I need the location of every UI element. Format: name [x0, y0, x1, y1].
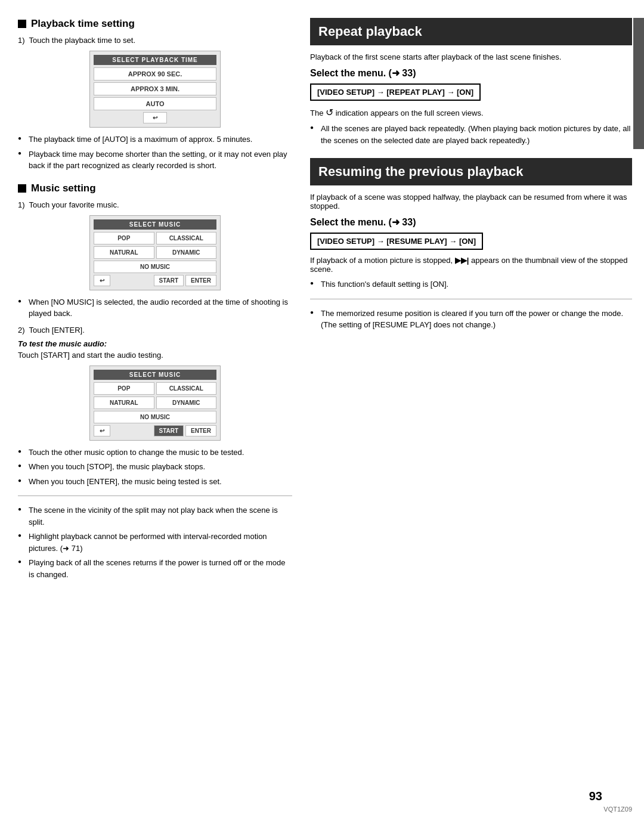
playback-step1: 1) Touch the playback time to set.: [18, 36, 292, 45]
back-btn-playback: ↩: [143, 112, 167, 123]
footer-bullets: The scene in the vicinity of the split m…: [18, 504, 292, 580]
playback-time-title: Playback time setting: [18, 18, 292, 30]
resuming-bullets: This function's default setting is [ON].: [310, 278, 632, 290]
resuming-command-box: [VIDEO SETUP] → [RESUME PLAY] → [ON]: [310, 233, 483, 250]
playback-step1-container: 1) Touch the playback time to set.: [18, 36, 292, 45]
music-step2: 2) Touch [ENTER].: [18, 326, 292, 335]
loop-icon: ↺: [326, 107, 333, 117]
start-btn-music1: START: [154, 275, 184, 286]
resuming-header: Resuming the previous playback: [310, 158, 632, 185]
screen-bottom-playback: ↩: [94, 112, 216, 123]
music-natural2: NATURAL: [94, 397, 154, 409]
screen-row-3min: APPROX 3 MIN.: [94, 82, 216, 95]
select-music-screen1: SELECT MUSIC POP CLASSICAL NATURAL DYNAM…: [89, 215, 221, 290]
repeat-playback-section: Repeat playback Playback of the first sc…: [310, 18, 632, 146]
screen-title-music1: SELECT MUSIC: [94, 219, 216, 230]
music-classical: CLASSICAL: [156, 232, 217, 244]
right-column: Repeat playback Playback of the first sc…: [310, 18, 632, 815]
music-bullet-1: When [NO MUSIC] is selected, the audio r…: [18, 296, 292, 320]
resuming-description: If playback of a scene was stopped halfw…: [310, 193, 632, 210]
playback-bullets: The playback time of [AUTO] is a maximum…: [18, 134, 292, 172]
screen-row-auto: AUTO: [94, 97, 216, 110]
black-square-icon: [18, 20, 26, 28]
screen-title-playback: SELECT PLAYBACK TIME: [94, 55, 216, 65]
music-natural: NATURAL: [94, 246, 154, 259]
left-column: Playback time setting 1) Touch the playb…: [18, 18, 310, 815]
resuming-section: Resuming the previous playback If playba…: [310, 158, 632, 331]
repeat-indication-text: The ↺ indication appears on the full scr…: [310, 107, 632, 118]
footer-bullet-2: Highlight playback cannot be performed w…: [18, 531, 292, 554]
music-grid1: POP CLASSICAL NATURAL DYNAMIC NO MUSIC: [94, 232, 216, 273]
enter-btn-music1: ENTER: [185, 275, 216, 286]
page-number: 93: [589, 789, 602, 803]
music-grid2: POP CLASSICAL NATURAL DYNAMIC NO MUSIC: [94, 382, 216, 423]
music-setting-section: Music setting 1) Touch your favorite mus…: [18, 182, 292, 488]
music-dynamic: DYNAMIC: [156, 246, 217, 259]
playback-bullet-2: Playback time may become shorter than th…: [18, 148, 292, 172]
select-playback-screen: SELECT PLAYBACK TIME APPROX 90 SEC. APPR…: [89, 51, 221, 128]
music-bullet-2a: Touch the other music option to change t…: [18, 447, 292, 459]
repeat-description: Playback of the first scene starts after…: [310, 52, 632, 61]
resuming-divider: [310, 299, 632, 299]
repeat-bullet-1: All the scenes are played back repeatedl…: [310, 123, 632, 146]
music-bullets1: When [NO MUSIC] is selected, the audio r…: [18, 296, 292, 320]
music-bullet-2c: When you touch [ENTER], the music being …: [18, 476, 292, 488]
to-test-label: To test the music audio:: [18, 339, 292, 348]
music-screen-bottom1: ↩ START ENTER: [94, 275, 216, 286]
playback-time-section: Playback time setting 1) Touch the playb…: [18, 18, 292, 172]
resuming-bullet-1: This function's default setting is [ON].: [310, 278, 632, 290]
music-bullet-2b: When you touch [STOP], the music playbac…: [18, 461, 292, 473]
left-divider: [18, 496, 292, 496]
to-test-text: Touch [START] and start the audio testin…: [18, 351, 292, 360]
select-music-screen2: SELECT MUSIC POP CLASSICAL NATURAL DYNAM…: [89, 366, 221, 441]
back-btn-music2: ↩: [94, 425, 110, 436]
start-btn-music2-selected: START: [154, 425, 184, 436]
music-bullets2: Touch the other music option to change t…: [18, 447, 292, 488]
footer-bullet-1: The scene in the vicinity of the split m…: [18, 504, 292, 528]
black-square-icon2: [18, 184, 26, 193]
back-btn-music1: ↩: [94, 275, 110, 286]
repeat-select-menu: Select the menu. (➜ 33): [310, 67, 632, 79]
music-no-music2: NO MUSIC: [94, 411, 216, 423]
music-setting-title: Music setting: [18, 182, 292, 194]
right-side-tab: [633, 18, 644, 149]
music-dynamic2: DYNAMIC: [156, 397, 217, 409]
music-pop: POP: [94, 232, 154, 244]
screen-title-music2: SELECT MUSIC: [94, 370, 216, 380]
repeat-playback-header: Repeat playback: [310, 18, 632, 45]
repeat-command-box: [VIDEO SETUP] → [REPEAT PLAY] → [ON]: [310, 83, 481, 101]
resuming-select-menu: Select the menu. (➜ 33): [310, 216, 632, 228]
model-number: VQT1Z09: [603, 806, 632, 813]
playback-bullet-1: The playback time of [AUTO] is a maximum…: [18, 134, 292, 145]
music-no-music: NO MUSIC: [94, 261, 216, 273]
music-pop2: POP: [94, 382, 154, 395]
music-screen-bottom2: ↩ START ENTER: [94, 425, 216, 436]
resuming-stopped-text: If playback of a motion picture is stopp…: [310, 256, 632, 274]
repeat-bullets: All the scenes are played back repeatedl…: [310, 123, 632, 146]
resuming-divider-bullet-1: The memorized resume position is cleared…: [310, 308, 632, 331]
music-step1: 1) Touch your favorite music.: [18, 200, 292, 209]
resuming-divider-bullets: The memorized resume position is cleared…: [310, 308, 632, 331]
footer-bullet-3: Playing back of all the scenes returns i…: [18, 557, 292, 580]
screen-row-90sec: APPROX 90 SEC.: [94, 67, 216, 80]
enter-btn-music2: ENTER: [185, 425, 216, 436]
music-classical2: CLASSICAL: [156, 382, 217, 395]
